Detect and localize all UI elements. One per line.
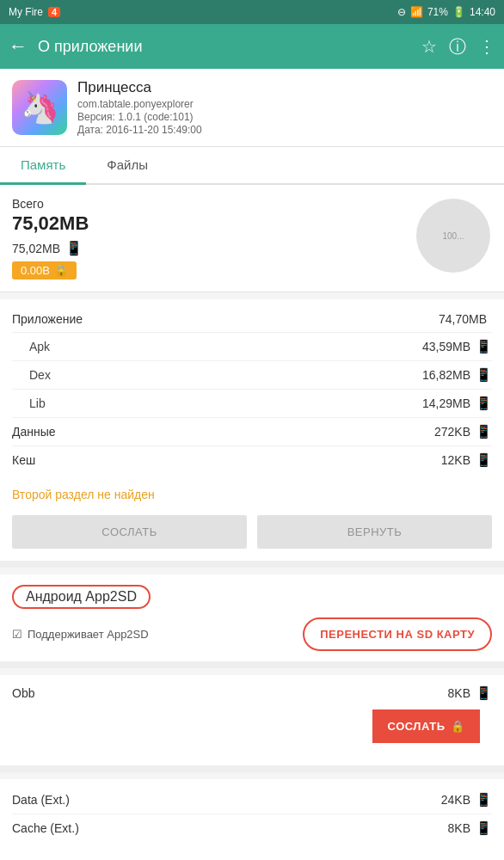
wifi-icon: 📶 bbox=[410, 6, 423, 18]
status-bar: My Fire 4 ⊖ 📶 71% 🔋 14:40 bbox=[0, 0, 504, 24]
stat-label-app: Приложение bbox=[12, 312, 439, 326]
toolbar: ← О приложении ☆ ⓘ ⋮ bbox=[0, 24, 504, 69]
toolbar-actions: ☆ ⓘ ⋮ bbox=[421, 35, 495, 58]
section-divider-3 bbox=[0, 765, 504, 772]
send-button[interactable]: СОСЛАТЬ bbox=[12, 515, 247, 549]
ext-data-label: Data (Ext.) bbox=[12, 793, 441, 807]
app2sd-support: ☑ Поддерживает App2SD bbox=[12, 628, 294, 641]
app2sd-left: ☑ Поддерживает App2SD bbox=[12, 628, 294, 641]
phone-icon: 📱 bbox=[65, 240, 83, 256]
ext-cache-value: 8KB bbox=[448, 821, 470, 835]
more-icon[interactable]: ⋮ bbox=[478, 36, 495, 57]
phone-icon-lib: 📱 bbox=[476, 396, 492, 411]
tab-memory[interactable]: Память bbox=[0, 147, 86, 185]
memory-device-size: 75,02MB bbox=[12, 242, 60, 255]
obb-header: Obb 8KB 📱 bbox=[0, 675, 504, 704]
section-divider-2 bbox=[0, 661, 504, 668]
app2sd-section: Андроид App2SD ☑ Поддерживает App2SD ПЕР… bbox=[0, 574, 504, 661]
phone-icon-data: 📱 bbox=[476, 424, 492, 439]
time-label: 14:40 bbox=[470, 6, 495, 18]
app-icon: 🦄 bbox=[12, 80, 67, 135]
memory-device-row: 75,02MB 📱 bbox=[12, 240, 406, 256]
battery-label: 71% bbox=[427, 6, 448, 18]
stat-row-lib: Lib 14,29MB 📱 bbox=[12, 390, 492, 418]
stat-value-data: 272KB bbox=[434, 425, 470, 439]
stat-label-apk: Apk bbox=[12, 340, 422, 353]
stat-value-app: 74,70MB bbox=[439, 312, 487, 326]
pie-container: 100... bbox=[415, 197, 492, 274]
app2sd-title: Андроид App2SD bbox=[12, 585, 151, 609]
ext-action: СОСЛАТЬ 🔒 bbox=[0, 849, 504, 860]
warning-text: Второй раздел не найден bbox=[0, 481, 504, 510]
obb-label: Obb bbox=[12, 686, 448, 700]
app2sd-title-row: Андроид App2SD bbox=[12, 585, 492, 609]
cache-badge: 0.00B 🔒 bbox=[12, 261, 77, 280]
lock-icon: 🔒 bbox=[54, 264, 68, 277]
cache-size: 0.00B bbox=[21, 264, 50, 277]
return-button[interactable]: ВЕРНУТЬ bbox=[257, 515, 492, 549]
stat-value-cache: 12KB bbox=[441, 453, 470, 467]
ext-cache-label: Cache (Ext.) bbox=[12, 821, 448, 835]
ext-data-value: 24KB bbox=[441, 793, 470, 807]
app-name: Принцесса bbox=[77, 79, 492, 96]
obb-phone-icon: 📱 bbox=[476, 685, 492, 701]
ext-section: Data (Ext.) 24KB 📱 Cache (Ext.) 8KB 📱 bbox=[0, 779, 504, 849]
ext-data-phone-icon: 📱 bbox=[476, 792, 492, 808]
stat-value-lib: 14,29MB bbox=[422, 396, 470, 410]
stat-label-dex: Dex bbox=[12, 368, 422, 382]
obb-send-button[interactable]: СОСЛАТЬ 🔒 bbox=[372, 710, 480, 743]
ext-stat-row-data: Data (Ext.) 24KB 📱 bbox=[12, 786, 492, 814]
memory-overview: Всего 75,02MB 75,02MB 📱 0.00B 🔒 100... bbox=[0, 185, 504, 292]
stat-label-lib: Lib bbox=[12, 396, 422, 410]
tab-files[interactable]: Файлы bbox=[86, 147, 169, 185]
app2sd-support-label: Поддерживает App2SD bbox=[28, 628, 149, 641]
stat-row-app: Приложение 74,70MB bbox=[12, 306, 492, 333]
stat-value-dex: 16,82MB bbox=[422, 368, 470, 382]
back-button[interactable]: ← bbox=[9, 35, 28, 58]
obb-size: 8KB bbox=[448, 686, 470, 700]
notification-badge: 4 bbox=[48, 7, 60, 17]
stat-label-cache: Кеш bbox=[12, 453, 441, 467]
memory-left: Всего 75,02MB 75,02MB 📱 0.00B 🔒 bbox=[12, 197, 406, 280]
toolbar-title: О приложении bbox=[38, 38, 411, 56]
app2sd-content: ☑ Поддерживает App2SD ПЕРЕНЕСТИ НА SD КА… bbox=[12, 617, 492, 651]
ext-cache-phone-icon: 📱 bbox=[476, 820, 492, 836]
stat-row-cache: Кеш 12KB 📱 bbox=[12, 446, 492, 474]
phone-icon-cache: 📱 bbox=[476, 452, 492, 468]
send-icon: 🔒 bbox=[451, 720, 465, 733]
ext-stat-row-cache: Cache (Ext.) 8KB 📱 bbox=[12, 814, 492, 842]
obb-send-label: СОСЛАТЬ bbox=[388, 720, 446, 733]
section-divider-1 bbox=[0, 561, 504, 568]
pie-chart: 100... bbox=[416, 199, 490, 273]
app-name-label: My Fire bbox=[9, 6, 43, 18]
action-row: СОСЛАТЬ ВЕРНУТЬ bbox=[0, 510, 504, 561]
obb-section: Obb 8KB 📱 СОСЛАТЬ 🔒 bbox=[0, 675, 504, 765]
star-icon[interactable]: ☆ bbox=[421, 36, 437, 57]
checkbox-icon: ☑ bbox=[12, 628, 22, 641]
pie-label: 100... bbox=[442, 231, 464, 241]
battery-icon: 🔋 bbox=[452, 6, 465, 18]
stat-row-apk: Apk 43,59MB 📱 bbox=[12, 333, 492, 361]
transfer-button[interactable]: ПЕРЕНЕСТИ НА SD КАРТУ bbox=[303, 617, 492, 651]
phone-icon-apk: 📱 bbox=[476, 339, 492, 354]
app-date: Дата: 2016-11-20 15:49:00 bbox=[77, 124, 492, 136]
stat-label-data: Данные bbox=[12, 425, 434, 439]
memory-total-label: Всего bbox=[12, 197, 406, 211]
block-icon: ⊖ bbox=[397, 6, 406, 18]
tabs: Память Файлы bbox=[0, 147, 504, 185]
app-info: 🦄 Принцесса com.tabtale.ponyexplorer Вер… bbox=[0, 69, 504, 147]
info-icon[interactable]: ⓘ bbox=[449, 35, 466, 58]
app-details: Принцесса com.tabtale.ponyexplorer Верси… bbox=[77, 79, 492, 136]
memory-total-size: 75,02MB bbox=[12, 212, 406, 235]
stats-section: Приложение 74,70MB Apk 43,59MB 📱 Dex 16,… bbox=[0, 299, 504, 481]
app-version: Версия: 1.0.1 (code:101) bbox=[77, 111, 492, 123]
stat-row-dex: Dex 16,82MB 📱 bbox=[12, 361, 492, 390]
stat-value-apk: 43,59MB bbox=[422, 340, 470, 353]
stat-row-data: Данные 272KB 📱 bbox=[12, 418, 492, 446]
app-package: com.tabtale.ponyexplorer bbox=[77, 98, 492, 110]
phone-icon-dex: 📱 bbox=[476, 367, 492, 383]
